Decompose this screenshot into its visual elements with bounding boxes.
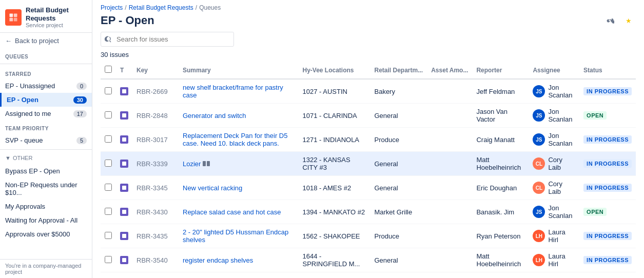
sidebar-item-waiting-approval[interactable]: Waiting for Approval - All	[0, 213, 92, 227]
sidebar-item-non-ep[interactable]: Non-EP Requests under $10...	[0, 178, 92, 200]
breadcrumb-retail[interactable]: Retail Budget Requests	[129, 4, 193, 11]
row-asset	[427, 224, 472, 248]
svg-rect-8	[203, 161, 206, 166]
row-type-cell	[116, 79, 132, 104]
row-checkbox[interactable]	[105, 232, 112, 239]
row-key: RBR-3628	[132, 272, 179, 279]
row-key: RBR-2669	[132, 79, 179, 104]
table-row: RBR-3435 2 - 20" lighted D5 Hussman Endc…	[101, 224, 636, 248]
row-reporter: Eric Doughan	[472, 176, 529, 200]
row-dept: General	[370, 248, 427, 272]
row-dept: General	[370, 104, 427, 128]
row-summary: new shelf bracket/frame for pastry case	[179, 79, 298, 104]
sidebar-item-assigned-to-me[interactable]: Assigned to me 17	[0, 107, 92, 121]
row-key: RBR-3540	[132, 248, 179, 272]
svg-rect-13	[122, 258, 126, 262]
breadcrumb-queues: Queues	[199, 4, 221, 11]
sidebar-item-label: EP - Open	[7, 96, 38, 104]
row-checkbox[interactable]	[105, 111, 112, 118]
summary-link[interactable]: Lozier	[183, 160, 201, 168]
row-checkbox[interactable]	[105, 160, 112, 167]
summary-link[interactable]: Generator and switch	[183, 112, 246, 120]
row-checkbox-cell	[101, 152, 116, 176]
divider	[0, 149, 92, 150]
row-status: IN PROGRESS	[579, 272, 636, 279]
back-icon: ←	[5, 37, 12, 45]
sidebar-item-svp-queue[interactable]: SVP - queue 5	[0, 133, 92, 147]
assignee-cell: LH Laura Hirl	[533, 252, 575, 268]
avatar: JS	[533, 133, 545, 146]
summary-link[interactable]: New vertical racking	[183, 184, 242, 192]
row-location: 1322 - KANSAS CITY #3	[298, 152, 370, 176]
row-assignee: JS Jon Scanlan	[529, 200, 579, 224]
row-summary: register endcap shelves	[179, 248, 298, 272]
assignee-name: Laura Hirl	[548, 228, 575, 244]
summary-link[interactable]: register endcap shelves	[183, 256, 253, 264]
sidebar-item-ep-open[interactable]: EP - Open 30	[0, 93, 92, 107]
row-reporter: Mark Knepper	[472, 272, 529, 279]
status-badge: IN PROGRESS	[583, 160, 632, 168]
status-badge: IN PROGRESS	[583, 184, 632, 192]
select-all-checkbox[interactable]	[105, 66, 112, 73]
breadcrumb: Projects / Retail Budget Requests / Queu…	[92, 0, 644, 11]
search-input[interactable]	[101, 32, 234, 47]
main-content: Projects / Retail Budget Requests / Queu…	[92, 0, 644, 278]
assignee-name: Jon Scanlan	[548, 132, 575, 147]
sidebar-item-ep-unassigned[interactable]: EP - Unassigned 0	[0, 79, 92, 93]
row-reporter: Jason Van Vactor	[472, 104, 529, 128]
row-reporter: Jeff Feldman	[472, 79, 529, 104]
starred-label: STARRED	[0, 66, 92, 79]
row-checkbox[interactable]	[105, 135, 112, 143]
row-status: IN PROGRESS	[579, 176, 636, 200]
row-status: IN PROGRESS	[579, 224, 636, 248]
table-row: RBR-3339 Lozier 1322 - KANSAS CITY #3 Ge…	[101, 152, 636, 176]
app-title: Retail Budget Requests	[26, 6, 87, 22]
row-type-cell	[116, 200, 132, 224]
divider	[0, 64, 92, 64]
star-button[interactable]: ★	[621, 13, 636, 28]
row-checkbox[interactable]	[105, 87, 112, 94]
sidebar-item-label: Assigned to me	[5, 110, 51, 117]
sidebar-item-approvals-over[interactable]: Approvals over $5000	[0, 227, 92, 241]
row-assignee: CL Cory Laib	[529, 152, 579, 176]
row-checkbox[interactable]	[105, 208, 112, 215]
row-checkbox[interactable]	[105, 184, 112, 191]
row-asset	[427, 79, 472, 104]
avatar: LH	[533, 254, 545, 266]
status-badge: OPEN	[583, 111, 607, 120]
row-asset	[427, 200, 472, 224]
app-subtitle: Service project	[26, 22, 87, 28]
issue-type-icon	[120, 232, 128, 240]
row-location: 1271 - INDIANOLA	[298, 128, 370, 152]
col-type: T	[116, 62, 132, 79]
back-to-project-button[interactable]: ← Back to project	[0, 33, 92, 49]
table-row: RBR-3628 shelves for black checkstand en…	[101, 272, 636, 279]
share-button[interactable]	[603, 13, 617, 28]
summary-link[interactable]: new shelf bracket/frame for pastry case	[183, 84, 283, 99]
row-dept: General	[370, 272, 427, 279]
issue-type-icon	[120, 111, 128, 120]
row-reporter: Matt Hoebelheinrich	[472, 152, 529, 176]
issues-count: 30 issues	[92, 51, 644, 62]
row-key: RBR-3345	[132, 176, 179, 200]
sidebar-item-my-approvals[interactable]: My Approvals	[0, 200, 92, 213]
status-badge: IN PROGRESS	[583, 87, 632, 95]
row-checkbox[interactable]	[105, 256, 112, 263]
sidebar-item-bypass-ep[interactable]: Bypass EP - Open	[0, 164, 92, 178]
row-asset	[427, 104, 472, 128]
summary-link[interactable]: Replacement Deck Pan for their D5 case. …	[183, 132, 287, 147]
summary-link[interactable]: 2 - 20" lighted D5 Hussman Endcap shelve…	[183, 228, 288, 244]
chevron-icon: ▼	[5, 155, 11, 161]
breadcrumb-projects[interactable]: Projects	[101, 4, 123, 11]
svg-rect-5	[122, 113, 126, 117]
summary-link[interactable]: Replace salad case and hot case	[183, 208, 281, 216]
issue-type-icon	[120, 160, 128, 168]
row-type-cell	[116, 224, 132, 248]
other-section-label: ▼ OTHER	[0, 152, 92, 164]
col-summary: Summary	[179, 62, 298, 79]
row-location: 1394 - MANKATO #2	[298, 200, 370, 224]
svg-rect-12	[122, 234, 126, 238]
avatar: JS	[533, 206, 545, 218]
col-dept: Retail Departm...	[370, 62, 427, 79]
avatar: CL	[533, 157, 545, 170]
